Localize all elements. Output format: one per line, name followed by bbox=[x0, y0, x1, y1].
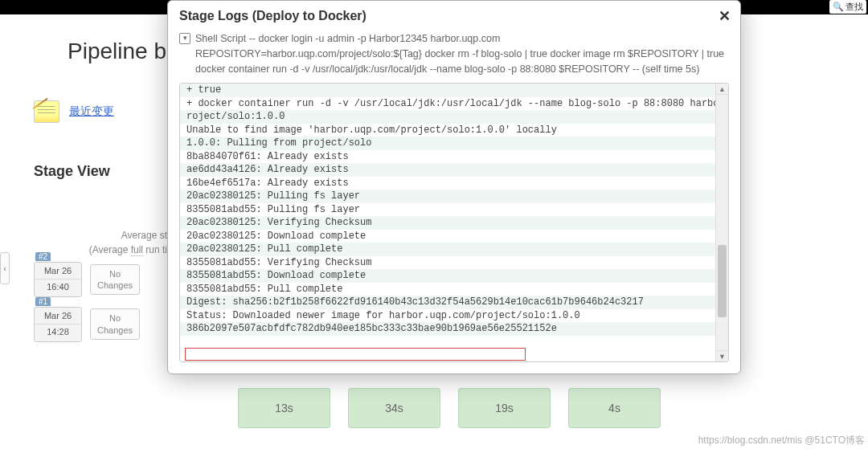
stage-cell[interactable]: 34s bbox=[348, 388, 440, 428]
changes-card[interactable]: No Changes bbox=[90, 308, 140, 340]
run-date: Mar 26 bbox=[35, 265, 81, 277]
stage-cell[interactable]: 13s bbox=[238, 388, 330, 428]
changes-card[interactable]: No Changes bbox=[90, 264, 140, 296]
average-stage-box: Average stage (Average full run time: bbox=[34, 228, 183, 257]
notes-icon bbox=[34, 100, 59, 123]
recent-changes-link[interactable]: 最近变更 bbox=[69, 104, 114, 119]
log-line: 386b2097e507acbfdfc782db940ee185bc333c33… bbox=[180, 322, 728, 336]
stage-cells-row: 13s 34s 19s 4s bbox=[238, 388, 661, 428]
log-highlight-box bbox=[185, 348, 526, 361]
log-lines: + true+ docker container run -d -v /usr/… bbox=[180, 84, 728, 336]
log-line: 8355081abd55: Download complete bbox=[180, 269, 728, 283]
scroll-thumb[interactable] bbox=[718, 245, 727, 317]
stage-cell[interactable]: 19s bbox=[458, 388, 551, 428]
run-time: 14:28 bbox=[35, 324, 81, 338]
run-badge[interactable]: #1 bbox=[35, 297, 51, 306]
modal-title: Stage Logs (Deploy to Docker) bbox=[179, 9, 729, 23]
run-badge[interactable]: #2 bbox=[35, 252, 51, 261]
log-line: Status: Downloaded newer image for harbo… bbox=[180, 309, 728, 323]
log-scroll-area[interactable]: + true+ docker container run -d -v /usr/… bbox=[180, 84, 728, 361]
log-line: 8ba884070f61: Already exists bbox=[180, 150, 728, 164]
log-line: Digest: sha256:b2f1b258f6622fd916140b43c… bbox=[180, 296, 728, 309]
log-line: 20ac02380125: Verifying Checksum bbox=[180, 216, 728, 230]
log-line: 20ac02380125: Pull complete bbox=[180, 243, 728, 256]
run-card[interactable]: Mar 26 16:40 bbox=[34, 262, 82, 297]
log-line: 8355081abd55: Pull complete bbox=[180, 283, 728, 296]
run-time: 16:40 bbox=[35, 279, 81, 293]
avg-line-2: (Average full run time: bbox=[34, 243, 183, 257]
close-icon[interactable]: ✕ bbox=[719, 7, 731, 25]
log-line: + docker container run -d -v /usr/local/… bbox=[180, 97, 728, 111]
log-line: 1.0.0: Pulling from project/solo bbox=[180, 137, 728, 150]
log-line: Unable to find image 'harbor.uqp.com/pro… bbox=[180, 124, 728, 137]
modal-command-text: Shell Script -- docker login -u admin -p… bbox=[195, 31, 729, 76]
log-line: 20ac02380125: Pulling fs layer bbox=[180, 190, 728, 203]
avg-line-1: Average stage bbox=[34, 228, 183, 243]
run-date: Mar 26 bbox=[35, 310, 81, 322]
log-line: 8355081abd55: Verifying Checksum bbox=[180, 256, 728, 270]
search-label: 查找 bbox=[845, 1, 863, 13]
run-card[interactable]: Mar 26 14:28 bbox=[34, 307, 82, 342]
log-line: 16be4ef6517a: Already exists bbox=[180, 177, 728, 190]
scroll-up-icon[interactable]: ▲ bbox=[716, 84, 728, 95]
log-line: 20ac02380125: Download complete bbox=[180, 230, 728, 243]
log-line: 8355081abd55: Pulling fs layer bbox=[180, 203, 728, 217]
prev-chevron-icon[interactable]: ‹ bbox=[0, 252, 10, 284]
scrollbar[interactable]: ▲ ▼ bbox=[715, 84, 728, 361]
log-box: + true+ docker container run -d -v /usr/… bbox=[179, 83, 729, 362]
run-block: #1 Mar 26 14:28 No Changes bbox=[34, 307, 140, 342]
watermark: https://blog.csdn.net/mis @51CTO博客 bbox=[698, 434, 865, 447]
run-block: #2 Mar 26 16:40 No Changes bbox=[34, 262, 140, 297]
log-line: ae6dd43a4126: Already exists bbox=[180, 163, 728, 177]
topbar-search[interactable]: 🔍 查找 bbox=[829, 0, 866, 14]
expand-toggle-icon[interactable]: ▾ bbox=[179, 33, 190, 44]
stage-cell[interactable]: 4s bbox=[568, 388, 661, 428]
scroll-down-icon[interactable]: ▼ bbox=[716, 350, 728, 361]
log-line: + true bbox=[180, 84, 728, 97]
modal-subhead[interactable]: ▾ Shell Script -- docker login -u admin … bbox=[179, 28, 729, 83]
search-icon: 🔍 bbox=[833, 2, 844, 12]
stage-logs-modal: ✕ Stage Logs (Deploy to Docker) ▾ Shell … bbox=[167, 0, 741, 374]
log-line: roject/solo:1.0.0 bbox=[180, 110, 728, 124]
